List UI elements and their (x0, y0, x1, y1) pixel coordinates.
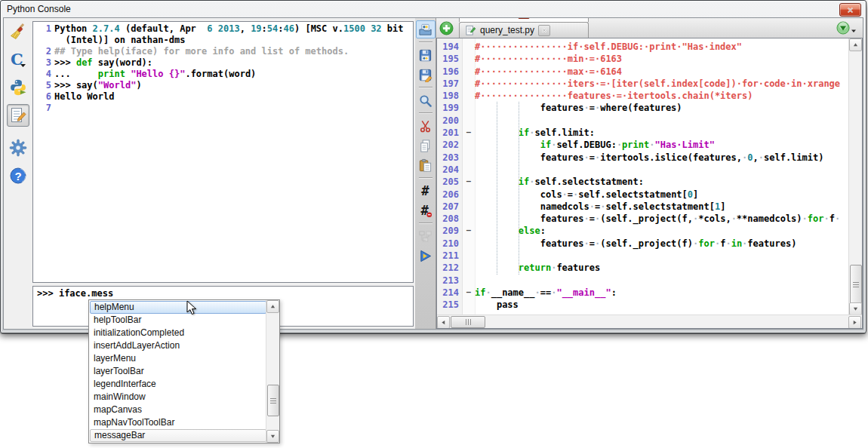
scroll-up-button[interactable] (266, 300, 279, 313)
help-button[interactable]: ? (7, 164, 29, 187)
autocomplete-item-mapCanvas[interactable]: mapCanvas (90, 404, 266, 416)
scrollbar-thumb[interactable] (850, 265, 862, 304)
autocomplete-item-initializationCompleted[interactable]: initializationCompleted (90, 327, 266, 339)
object-inspector-button (416, 227, 436, 245)
fold-marker[interactable]: − (463, 287, 475, 299)
arrow-right-icon (852, 320, 857, 325)
new-tab-button[interactable] (439, 21, 454, 35)
autocomplete-item-helpToolBar[interactable]: helpToolBar (90, 314, 266, 327)
title-bar[interactable]: Python Console (1, 1, 866, 17)
line-number: 197 (437, 78, 463, 90)
console-line: 5>>> say("World") (33, 80, 413, 91)
console-line: 7 (33, 103, 413, 114)
editor-text-area[interactable]: 194#················if·self.DEBUG:·print… (437, 41, 849, 315)
svg-text:?: ? (14, 170, 21, 183)
line-number: 205 (437, 176, 463, 188)
console-line: 4... print "Hello {}".format(word) (33, 69, 413, 80)
tab-query_test.py[interactable]: query_test.py (459, 22, 589, 38)
editor-horizontal-scrollbar[interactable] (437, 315, 862, 328)
line-number: 208 (437, 213, 463, 225)
editor-line: 205− if·self.selectstatment: (437, 176, 849, 188)
code-editor[interactable]: 194#················if·self.DEBUG:·print… (436, 38, 863, 329)
editor-vertical-scrollbar[interactable] (848, 38, 862, 315)
close-button[interactable] (839, 3, 861, 17)
cut-button[interactable] (416, 117, 436, 135)
options-button[interactable] (7, 137, 29, 159)
autocomplete-item-helpMenu[interactable]: helpMenu (90, 301, 266, 314)
fold-marker[interactable]: − (463, 225, 475, 237)
scroll-up-button[interactable] (849, 38, 862, 51)
svg-text:#: # (421, 184, 429, 198)
autocomplete-item-mapNavToolToolBar[interactable]: mapNavToolToolBar (90, 416, 266, 429)
toolbar-separator (419, 112, 432, 114)
import-class-button[interactable]: C (7, 48, 29, 71)
editor-line: 198#················features·=·itertools… (437, 90, 849, 102)
fold-marker[interactable]: − (463, 176, 475, 188)
console-line: 6Hello World (33, 91, 413, 103)
autocomplete-item-mainWindow[interactable]: mainWindow (90, 391, 266, 404)
scrollbar-thumb[interactable] (267, 385, 279, 416)
copy-button[interactable] (416, 137, 436, 155)
autocomplete-item-layerToolBar[interactable]: layerToolBar (90, 365, 266, 378)
line-number: 204 (437, 164, 463, 176)
tab-close-button[interactable] (538, 25, 550, 36)
toolbar-separator (419, 41, 432, 43)
find-icon (418, 94, 432, 108)
editor-line: 212 return·features (437, 262, 849, 274)
show-editor-button[interactable] (7, 104, 29, 127)
arrow-up-icon (853, 42, 858, 48)
comment-button[interactable]: # (416, 182, 436, 200)
window-title: Python Console (7, 4, 71, 14)
gear-icon (9, 139, 27, 157)
autocomplete-scrollbar[interactable] (266, 300, 279, 443)
autocomplete-item-insertAddLayerAction[interactable]: insertAddLayerAction (90, 339, 266, 352)
scrollbar-thumb[interactable] (451, 316, 485, 328)
scroll-down-button[interactable] (266, 430, 279, 443)
autocomplete-item-layerMenu[interactable]: layerMenu (90, 352, 266, 365)
editor-line-text: #················features·=·itertools.ch… (475, 90, 753, 102)
fold-marker (463, 201, 475, 213)
mouse-cursor (186, 300, 197, 316)
fold-marker (463, 262, 475, 274)
paste-button[interactable] (416, 156, 436, 174)
scroll-right-button[interactable] (848, 316, 861, 329)
editor-line-text: return·features (475, 262, 600, 274)
uncomment-button[interactable]: # (416, 201, 436, 219)
close-icon (847, 3, 854, 17)
scroll-left-button[interactable] (437, 316, 450, 329)
autocomplete-item-legendInterface[interactable]: legendInterface (90, 378, 266, 391)
find-text-button[interactable] (416, 91, 436, 109)
fold-marker (463, 139, 475, 151)
run-script-button[interactable] (416, 247, 436, 265)
editor-line-text: #················iters·=·[iter(self.inde… (475, 78, 840, 90)
window-content: C? 1Python 2.7.4 (default, Apr 6 2013, 1… (3, 17, 863, 330)
line-number: 199 (437, 102, 463, 114)
line-number: 209 (437, 225, 463, 237)
console-output[interactable]: 1Python 2.7.4 (default, Apr 6 2013, 19:5… (32, 21, 414, 283)
editor-line-text: if·self.DEBUG:·print·"Has·Limit" (475, 139, 715, 151)
clear-console-button[interactable] (7, 20, 29, 43)
svg-text:C: C (11, 51, 23, 69)
fold-marker (463, 90, 475, 102)
fold-marker[interactable]: − (463, 127, 475, 139)
fold-marker (463, 41, 475, 53)
editor-line-text: #················min·=·6163 (475, 53, 622, 65)
scroll-down-button[interactable] (849, 302, 862, 315)
open-script-button[interactable] (416, 20, 436, 38)
editor-line: 204 (437, 164, 849, 176)
line-number: 212 (437, 262, 463, 274)
line-number: 4 (33, 69, 54, 80)
toolbar-separator (419, 87, 432, 88)
tab-close-button[interactable] (518, 17, 530, 19)
autocomplete-item-messageBar[interactable]: messageBar (90, 429, 266, 442)
uncomment-icon: # (418, 204, 432, 218)
tab-list-menu-button[interactable] (836, 21, 857, 35)
indent-guide (497, 102, 497, 275)
editor-line: 211 (437, 250, 849, 262)
line-number: 210 (437, 238, 463, 250)
python-run-icon (9, 78, 27, 97)
run-command-button[interactable] (7, 76, 29, 99)
save-script-as-button[interactable] (416, 66, 436, 84)
save-script-button[interactable] (416, 46, 436, 64)
line-number: 203 (437, 152, 463, 164)
